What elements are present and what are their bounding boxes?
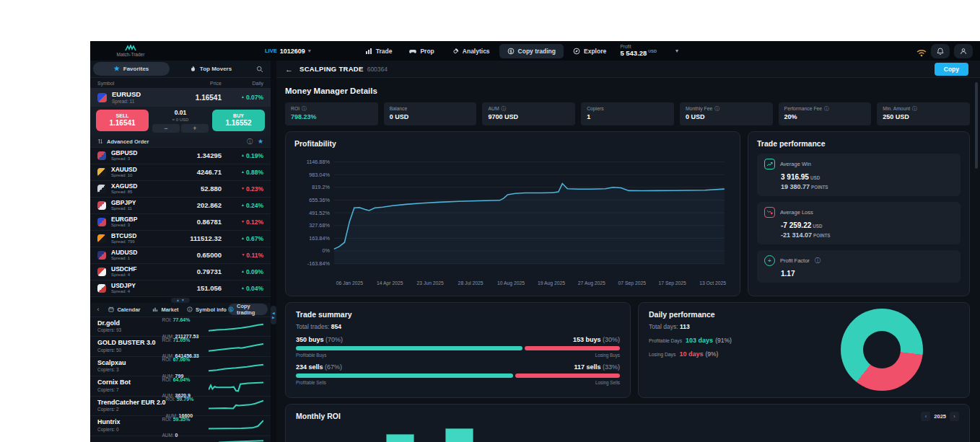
svg-text:655.36%: 655.36% xyxy=(309,197,330,203)
watchlist-row-xauusd[interactable]: XAUUSDSpread: 104246.710.88% xyxy=(90,164,271,181)
profitability-title: Profitability xyxy=(294,139,731,148)
notifications-button[interactable] xyxy=(931,44,950,58)
sell-button[interactable]: SELL 1.16541 xyxy=(96,110,149,131)
nav-tab-copy-trading[interactable]: Copy trading xyxy=(499,44,564,58)
manager-title: SCALPING TRADE xyxy=(299,65,364,73)
trader-copiers: Copiers: 0 xyxy=(97,427,162,433)
svg-text:28 Jul 2025: 28 Jul 2025 xyxy=(458,280,484,286)
symbol-row-eurusd[interactable]: EURUSD Spread: 11 1.16541 0.07% xyxy=(90,88,271,107)
main-scrollbar[interactable] xyxy=(975,82,978,169)
bottom-tab-calendar[interactable]: Calendar xyxy=(105,304,144,315)
trade-performance-card-loss: Average Loss-7 259.22USD-21 314.07POINTS xyxy=(757,202,961,244)
nav-tab-prop[interactable]: Prop xyxy=(401,44,442,58)
daily-change: 0.04% xyxy=(222,285,263,292)
trader-name-block: ScalpxauCopiers: 3 xyxy=(97,359,162,374)
svg-text:14 Apr 2025: 14 Apr 2025 xyxy=(377,280,403,286)
trader-copiers: Copiers: 2 xyxy=(97,407,166,412)
trader-roi: ROI: 77.64% xyxy=(162,310,209,326)
tab-top-movers[interactable]: Top Movers xyxy=(172,62,249,76)
symbol-name-block: AUDUSDSpread: 1 xyxy=(111,249,137,260)
advanced-order-row[interactable]: Advanced Order ⓘ ★ xyxy=(90,136,271,147)
svg-text:-163.84%: -163.84% xyxy=(307,260,331,267)
trader-list-item[interactable]: HuntrixCopiers: 0ROI: 59.35%AUM: 0 xyxy=(90,416,271,436)
daily-change: 0.23% xyxy=(222,185,263,193)
watchlist-row-btcusd[interactable]: BTCUSDSpread: 799111512.320.67% xyxy=(90,231,271,247)
trader-sparkline-chart xyxy=(209,320,263,332)
watchlist-resize-handle[interactable]: ▲▼ xyxy=(171,298,190,303)
watchlist-row-usdchf[interactable]: USDCHFSpread: 40.797310.09% xyxy=(90,264,271,280)
buys-bar-block: 350 buys (70%) 153 buys (30%) Profitable… xyxy=(296,336,620,358)
account-switcher[interactable]: LIVE 1012609 ▾ xyxy=(265,48,311,55)
profit-display: Profit 5 543.28USD xyxy=(620,44,657,58)
svg-text:163.84%: 163.84% xyxy=(309,235,330,242)
profitability-panel: Profitability 1146.88%983.04%819.2%655.3… xyxy=(285,131,740,296)
back-arrow-icon[interactable]: ← xyxy=(285,65,293,74)
tp-card-header: ÷Profit Factorⓘ xyxy=(764,255,953,266)
bottom-tab-copy-trading[interactable]: Copy trading xyxy=(228,304,268,315)
profit-value: 5 543.28USD xyxy=(620,49,657,58)
watchlist-row-xagusd[interactable]: XAGUSDSpread: 8552.8800.23% xyxy=(90,181,271,198)
connection-status-icon xyxy=(916,47,927,56)
info-icon[interactable]: ⓘ xyxy=(502,106,507,111)
buy-button[interactable]: BUY 1.16552 xyxy=(212,110,265,131)
favorite-star-icon[interactable]: ★ xyxy=(258,138,263,145)
info-icon[interactable]: ⓘ xyxy=(714,106,719,111)
nav-tab-label: Analytics xyxy=(463,48,490,55)
tabs-scroll-left-button[interactable]: ‹ xyxy=(93,306,103,313)
symbol-name: GBPUSD xyxy=(111,150,137,156)
watchlist-row-gbpjpy[interactable]: GBPJPYSpread: 11202.8620.24% xyxy=(90,198,271,214)
info-icon[interactable]: ⓘ xyxy=(247,138,253,146)
trader-sparkline-chart xyxy=(209,420,263,432)
profitable-buys-count: 350 buys (70%) xyxy=(296,336,343,343)
symbol-name: XAUUSD xyxy=(111,167,137,173)
buys-progress-bar xyxy=(296,346,620,350)
stat-label: Balance xyxy=(390,105,471,112)
svg-text:10 Aug 2025: 10 Aug 2025 xyxy=(497,280,525,286)
prop-icon xyxy=(409,48,416,55)
divide-icon: ÷ xyxy=(764,255,775,266)
trader-list-item[interactable]: EU Trader 2ROI: 55.77% xyxy=(90,436,271,442)
symbol-spread: Spread: 4 xyxy=(111,273,136,277)
watchlist-row-gbpusd[interactable]: GBPUSDSpread: 31.342950.19% xyxy=(90,148,271,164)
losing-sells-count: 117 sells (33%) xyxy=(574,363,620,371)
info-icon[interactable]: ⓘ xyxy=(912,106,917,111)
symbol-spread: Spread: 1 xyxy=(111,256,137,260)
panel-divider: ▲▼ xyxy=(90,297,271,303)
points-value: -21 314.07POINTS xyxy=(781,231,953,239)
watchlist-row-eurgbp[interactable]: EURGBPSpread: 30.867810.12% xyxy=(90,214,271,231)
panel-resize-handle[interactable]: ◀▶ xyxy=(271,306,276,324)
copy-trading-list: Dr.goldCopiers: 93ROI: 77.64%AUM: 211277… xyxy=(90,317,271,442)
trader-roi: ROI: 55.77% xyxy=(162,438,209,442)
symbol-spread: Spread: 4 xyxy=(111,289,136,293)
svg-text:327.68%: 327.68% xyxy=(309,222,330,229)
profile-button[interactable] xyxy=(954,44,973,58)
watchlist-row-usdjpy[interactable]: USDJPYSpread: 4151.0560.04% xyxy=(90,280,271,297)
volume-decrease-button[interactable]: − xyxy=(152,124,180,133)
copy-manager-button[interactable]: Copy xyxy=(935,63,968,76)
daily-change: 0.67% xyxy=(222,235,263,242)
trader-copiers: Copiers: 7 xyxy=(97,387,162,393)
info-icon[interactable]: ⓘ xyxy=(302,106,307,111)
info-icon[interactable]: ⓘ xyxy=(815,257,821,265)
trader-name-block: HuntrixCopiers: 0 xyxy=(97,418,162,433)
watchlist-column-headers: Symbol Price Daily xyxy=(90,78,271,88)
info-icon[interactable]: ⓘ xyxy=(824,106,829,111)
nav-tab-analytics[interactable]: Analytics xyxy=(444,44,498,58)
symbol-name-block: USDJPYSpread: 4 xyxy=(111,283,136,293)
search-button[interactable] xyxy=(252,63,268,76)
trader-roi: ROI: 67.06% xyxy=(162,350,209,366)
watchlist-row-audusd[interactable]: AUDUSDSpread: 10.650000.11% xyxy=(90,247,271,264)
profit-chevron-icon[interactable]: ▾ xyxy=(675,48,678,54)
volume-increase-button[interactable]: + xyxy=(181,124,209,133)
trade-performance-card-factor: ÷Profit Factorⓘ1.17 xyxy=(757,250,961,283)
advanced-order-icon xyxy=(97,138,103,144)
tab-favorites[interactable]: ★ Favorites xyxy=(93,62,170,76)
symbol-spread: Spread: 85 xyxy=(111,190,137,194)
daily-performance-panel: Daily performance Total days: 113 Profit… xyxy=(638,302,970,398)
nav-tab-explore[interactable]: Explore xyxy=(565,44,614,58)
symbol-name: XAGUSD xyxy=(111,183,137,190)
symbol-spread: Spread: 799 xyxy=(111,239,136,244)
nav-tab-trade[interactable]: Trade xyxy=(357,44,401,58)
tp-card-header: Average Loss xyxy=(764,207,953,218)
symbol-price: 0.79731 xyxy=(197,268,222,275)
